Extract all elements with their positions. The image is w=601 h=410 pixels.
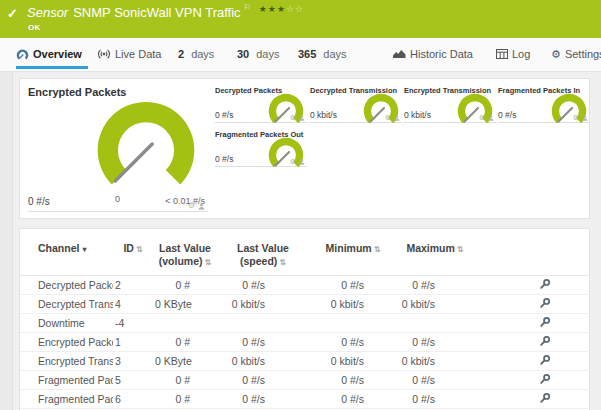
cell-channel[interactable]: Decrypted Transmi... [20,295,113,314]
table-row[interactable]: Fragmented Packe... 6 0 # 0 #/s 0 #/s 0 … [20,390,591,409]
cell-channel[interactable]: Decrypted Packets [20,276,113,295]
sort-icon: ⇅ [136,245,143,254]
cell-minimum: 0 #/s [309,276,397,295]
gauge-current-value: 0 #/s [215,154,233,164]
cell-id: -4 [113,314,153,333]
cell-last-value-volume: 0 KByte [153,295,217,314]
tab-log[interactable]: Log [496,48,530,60]
gauge-icon [16,49,29,60]
cell-minimum: 0 #/s [309,390,397,409]
gauge-gear-icon[interactable]: ⚙ [573,114,579,121]
cell-actions [473,390,591,409]
cell-actions [473,352,591,371]
gear-icon: ⚙ [551,49,561,60]
channel-settings-wrench-icon[interactable] [539,392,551,406]
cell-channel[interactable]: Downtime [20,314,113,333]
cell-last-value-volume: 0 # [153,390,217,409]
cell-last-value-speed: 0 kbit/s [217,295,309,314]
tab-settings[interactable]: ⚙ Settings [551,48,601,60]
gauge-gear-icon[interactable]: ⚙ [290,158,296,165]
priority-stars[interactable]: ★★★☆☆ [259,4,304,14]
column-header-last-value-volume[interactable]: Last Value (volume)⇅ [153,229,217,276]
cell-minimum [309,314,397,333]
gauge-actions: ⚙ [385,114,400,121]
cell-maximum: 0 #/s [397,390,473,409]
tab-30-days[interactable]: 30days [237,48,280,60]
tab-30-days-number: 30 [237,48,249,60]
broadcast-icon [97,49,111,59]
cell-last-value-speed: 0 kbit/s [217,352,309,371]
channel-settings-wrench-icon[interactable] [539,278,551,292]
cell-actions [473,371,591,390]
cell-actions [473,314,591,333]
pin-user-icon[interactable] [488,115,494,121]
tab-live-data[interactable]: Live Data [97,48,161,60]
stars-filled[interactable]: ★★★ [259,4,286,14]
table-row[interactable]: Fragmented Packe... 5 0 # 0 #/s 0 #/s 0 … [20,371,591,390]
column-header-id[interactable]: ID⇅ [113,229,153,276]
channel-table-panel: Channel▾ ID⇅ Last Value (volume)⇅ Last V… [19,228,590,410]
sensor-page: ✓ SensorSNMP SonicWall VPN Traffic⚐★★★☆☆… [0,0,601,410]
cell-channel[interactable]: Fragmented Packe... [20,371,113,390]
sort-icon: ⇅ [374,245,381,254]
channel-settings-wrench-icon[interactable] [539,335,551,349]
cell-last-value-volume: 0 # [153,276,217,295]
column-label: Minimum [326,242,372,254]
gauge-fragmented-packets-in: Fragmented Packets In 0 #/s ⚙ [498,85,590,123]
cell-id: 4 [113,295,153,314]
column-header-channel[interactable]: Channel▾ [20,229,113,276]
cell-channel[interactable]: Encrypted Transmi... [20,352,113,371]
gauge-current-value: 0 kbit/s [404,110,431,120]
pin-user-icon[interactable] [299,115,305,121]
pin-user-icon[interactable] [582,115,588,121]
cell-channel[interactable]: Encrypted Packets [20,333,113,352]
table-row[interactable]: Encrypted Transmi... 3 0 KByte 0 kbit/s … [20,352,591,371]
table-row[interactable]: Decrypted Packets 2 0 # 0 #/s 0 #/s 0 #/… [20,276,591,295]
tab-historic-data[interactable]: Historic Data [393,48,473,60]
sort-icon: ⇅ [205,258,212,267]
channel-settings-wrench-icon[interactable] [539,373,551,387]
tab-365-days[interactable]: 365days [298,48,347,60]
column-header-maximum[interactable]: Maximum⇅ [397,229,473,276]
gauge-current-value: 0 kbit/s [310,110,337,120]
tab-bar: Overview Live Data 2days 30days 365days … [0,38,601,72]
cell-last-value-speed [217,314,309,333]
cell-actions [473,276,591,295]
gauge-gear-icon[interactable]: ⚙ [479,114,485,121]
cell-id: 6 [113,390,153,409]
column-header-last-value-speed[interactable]: Last Value (speed)⇅ [217,229,309,276]
gauge-actions: ⚙ [290,158,305,165]
pin-user-icon[interactable] [394,115,400,121]
tab-2-days[interactable]: 2days [178,48,214,60]
cell-minimum: 0 kbit/s [309,352,397,371]
cell-last-value-volume: 0 # [153,333,217,352]
gauge-gear-icon[interactable]: ⚙ [290,114,296,121]
gauge-gear-icon[interactable]: ⚙ [188,202,195,210]
tab-live-data-label: Live Data [115,48,161,60]
gauge-gear-icon[interactable]: ⚙ [385,114,391,121]
sensor-header: ✓ SensorSNMP SonicWall VPN Traffic⚐★★★☆☆… [0,0,601,38]
table-row[interactable]: Downtime -4 [20,314,591,333]
channel-settings-wrench-icon[interactable] [539,297,551,311]
log-table-icon [496,49,508,59]
area-chart-icon [393,49,406,59]
gauge-encrypted-packets: Encrypted Packets 0 #/s 0 < 0.01 #/s ⚙ [20,79,210,218]
cell-channel[interactable]: Fragmented Packe... [20,390,113,409]
table-row[interactable]: Decrypted Transmi... 4 0 KByte 0 kbit/s … [20,295,591,314]
column-header-minimum[interactable]: Minimum⇅ [309,229,397,276]
gauge-encrypted-transmission: Encrypted Transmission 0 kbit/s ⚙ [404,85,496,123]
priority-flag-icon[interactable]: ⚐ [244,3,251,12]
cell-last-value-speed: 0 #/s [217,390,309,409]
channel-settings-wrench-icon[interactable] [539,316,551,330]
cell-id: 5 [113,371,153,390]
cell-last-value-volume [153,314,217,333]
channel-settings-wrench-icon[interactable] [539,354,551,368]
tab-2-days-unit: days [191,48,214,60]
tab-2-days-number: 2 [178,48,184,60]
pin-user-icon[interactable] [198,203,205,210]
stars-empty[interactable]: ☆☆ [286,4,304,14]
tab-overview[interactable]: Overview [16,48,82,60]
table-row[interactable]: Encrypted Packets 1 0 # 0 #/s 0 #/s 0 #/… [20,333,591,352]
pin-user-icon[interactable] [299,159,305,165]
cell-maximum: 0 #/s [397,371,473,390]
